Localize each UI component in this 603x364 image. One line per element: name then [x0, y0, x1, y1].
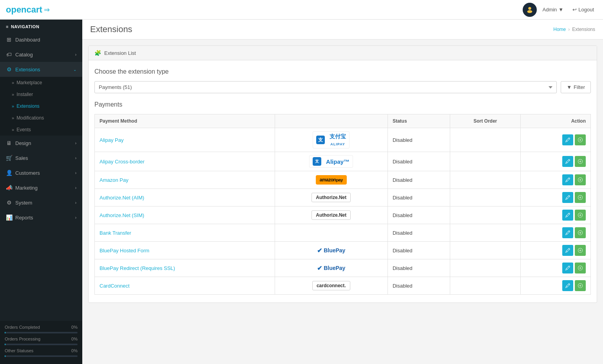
- sidebar-item-catalog[interactable]: 🏷 Catalog ›: [0, 47, 82, 62]
- subitem-label: Installer: [16, 92, 33, 97]
- cell-method: Alipay Cross-border: [95, 152, 275, 171]
- install-button[interactable]: [575, 134, 586, 145]
- cell-status: Disabled: [388, 128, 450, 152]
- edit-button[interactable]: [562, 245, 573, 256]
- stat-label: Orders Processing: [5, 337, 40, 341]
- cell-logo: ✔BluePay: [275, 259, 388, 277]
- marketing-icon: 📣: [6, 185, 12, 191]
- cell-action: [520, 152, 590, 171]
- stat-value: 0%: [71, 337, 78, 341]
- install-button[interactable]: [575, 227, 586, 238]
- install-button[interactable]: [575, 192, 586, 203]
- admin-label: Admin: [543, 7, 557, 13]
- table-row: CardConnect cardconnect. Disabled: [95, 277, 591, 295]
- cell-sort-order: [450, 259, 520, 277]
- breadcrumb-home[interactable]: Home: [553, 27, 566, 32]
- cell-status: Disabled: [388, 277, 450, 295]
- top-header: opencart ⇒ Admin ▼ ↩ Logout: [0, 0, 603, 20]
- sidebar-item-design[interactable]: 🖥 Design ›: [0, 136, 82, 150]
- sidebar-item-label: Extensions: [15, 67, 40, 72]
- design-icon: 🖥: [6, 140, 12, 146]
- table-header-row: Payment Method Status Sort Order Action: [95, 114, 591, 128]
- table-body: Alipay Pay 支 支付宝ALIPAY Disabled Alipay C…: [95, 128, 591, 295]
- edit-button[interactable]: [562, 280, 573, 291]
- edit-button[interactable]: [562, 174, 573, 185]
- card-header: 🧩 Extension List: [89, 46, 597, 60]
- catalog-icon: 🏷: [6, 51, 12, 58]
- cell-sort-order: [450, 128, 520, 152]
- chevron-right-icon: ›: [75, 141, 76, 145]
- stat-label: Orders Completed: [5, 325, 40, 330]
- edit-button[interactable]: [562, 134, 573, 145]
- edit-button[interactable]: [562, 192, 573, 203]
- cell-logo: 支 支付宝ALIPAY: [275, 128, 388, 152]
- sidebar-subitem-modifications[interactable]: Modifications: [0, 112, 82, 124]
- install-button[interactable]: [575, 156, 586, 167]
- sidebar-item-label: System: [15, 200, 32, 206]
- sidebar-item-extensions[interactable]: ⚙ Extensions ⌄: [0, 62, 82, 77]
- install-button[interactable]: [575, 263, 586, 273]
- stat-row-other: Other Statuses 0%: [5, 348, 78, 353]
- sidebar-item-label: Customers: [15, 170, 40, 176]
- sidebar-item-label: Marketing: [15, 185, 38, 191]
- card-header-label: Extension List: [104, 50, 136, 56]
- edit-button[interactable]: [562, 227, 573, 238]
- cell-action: [520, 171, 590, 189]
- payments-title: Payments: [94, 101, 591, 108]
- stat-bar-bg: [5, 355, 78, 357]
- cell-status: Disabled: [388, 152, 450, 171]
- svg-point-1: [527, 10, 532, 13]
- install-button[interactable]: [575, 280, 586, 291]
- sidebar: ≡ NAVIGATION ⊞ Dashboard 🏷 Catalog › ⚙ E…: [0, 20, 82, 364]
- sidebar-item-sales[interactable]: 🛒 Sales ›: [0, 150, 82, 165]
- cell-status: Disabled: [388, 171, 450, 189]
- filter-label: Filter: [574, 84, 585, 90]
- stat-value: 0%: [71, 348, 78, 353]
- sidebar-item-dashboard[interactable]: ⊞ Dashboard: [0, 32, 82, 47]
- sidebar-subitem-installer[interactable]: Installer: [0, 89, 82, 100]
- sidebar-item-customers[interactable]: 👤 Customers ›: [0, 165, 82, 180]
- sidebar-subitem-extensions[interactable]: Extensions: [0, 100, 82, 112]
- menu-bars-icon: ≡: [6, 24, 9, 29]
- install-button[interactable]: [575, 245, 586, 256]
- cell-logo: ✔BluePay: [275, 242, 388, 259]
- stat-row-completed: Orders Completed 0%: [5, 325, 78, 330]
- sidebar-subitem-marketplace[interactable]: Marketplace: [0, 77, 82, 89]
- cell-logo: cardconnect.: [275, 277, 388, 295]
- content-area: Extensions Home › Extensions 🧩 Extension…: [82, 20, 603, 364]
- install-button[interactable]: [575, 174, 586, 185]
- breadcrumb-separator: ›: [568, 27, 570, 32]
- sidebar-item-system[interactable]: ⚙ System ›: [0, 195, 82, 210]
- table-row: Alipay Cross-border 支 Alipay™ Disabled: [95, 152, 591, 171]
- chevron-right-icon: ›: [75, 171, 76, 175]
- nav-label: ≡ NAVIGATION: [0, 20, 82, 32]
- sidebar-item-label: Catalog: [15, 52, 33, 58]
- stat-label: Other Statuses: [5, 348, 33, 353]
- cell-method: BluePay Redirect (Requires SSL): [95, 259, 275, 277]
- table-row: Bank Transfer Disabled: [95, 224, 591, 242]
- subitem-label: Modifications: [16, 115, 44, 121]
- stat-bar-bg: [5, 344, 78, 345]
- admin-dropdown[interactable]: Admin ▼: [543, 7, 564, 13]
- reports-icon: 📊: [6, 214, 12, 221]
- edit-button[interactable]: [562, 156, 573, 167]
- table-row: BluePay Redirect (Requires SSL) ✔BluePay…: [95, 259, 591, 277]
- table-row: Alipay Pay 支 支付宝ALIPAY Disabled: [95, 128, 591, 152]
- sidebar-item-reports[interactable]: 📊 Reports ›: [0, 210, 82, 225]
- subitem-label: Extensions: [16, 103, 40, 109]
- cell-logo: amazonpay: [275, 171, 388, 189]
- table-row: Amazon Pay amazonpay Disabled: [95, 171, 591, 189]
- logout-button[interactable]: ↩ Logout: [569, 5, 597, 14]
- sidebar-subitem-events[interactable]: Events: [0, 124, 82, 136]
- cell-action: [520, 277, 590, 295]
- filter-icon: ▼: [567, 84, 572, 90]
- sidebar-item-marketing[interactable]: 📣 Marketing ›: [0, 180, 82, 195]
- chevron-right-icon: ›: [75, 53, 76, 57]
- page-header-bar: Extensions Home › Extensions: [82, 20, 603, 40]
- header-right: Admin ▼ ↩ Logout: [523, 3, 598, 17]
- edit-button[interactable]: [562, 210, 573, 221]
- edit-button[interactable]: [562, 263, 573, 273]
- extension-type-select[interactable]: Payments (51): [94, 81, 557, 93]
- install-button[interactable]: [575, 210, 586, 221]
- filter-button[interactable]: ▼ Filter: [561, 81, 591, 93]
